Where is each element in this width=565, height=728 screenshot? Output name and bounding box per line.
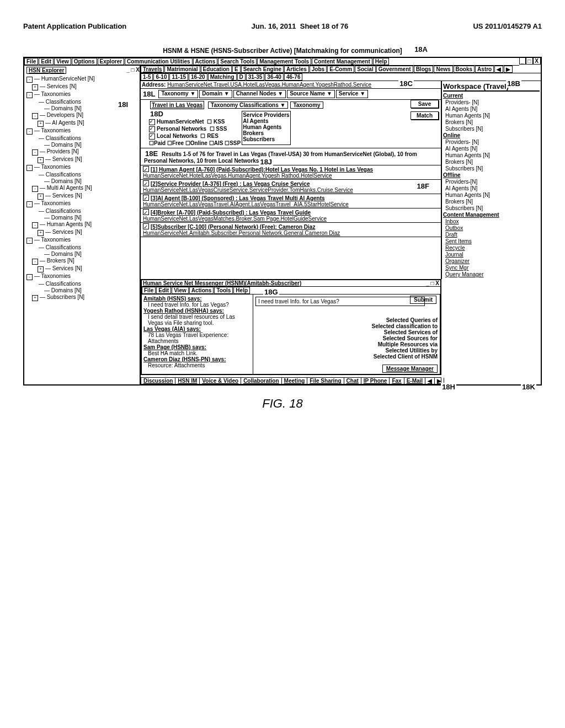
menu-item[interactable]: File — [24, 58, 38, 65]
menu-item[interactable]: Content Management — [312, 58, 372, 65]
bottom-tab[interactable]: Fax — [390, 378, 404, 384]
tree-node[interactable]: — Classifications— Domains [N] — [32, 135, 140, 148]
tree-node[interactable]: — Domains [N] — [38, 251, 140, 257]
network-checkbox[interactable]: Local Networks ☐ RES — [149, 133, 241, 140]
workspace-item[interactable]: Providers- [N] — [445, 139, 540, 145]
bottom-tab[interactable]: ◀ — [425, 378, 435, 384]
menu-item[interactable]: View — [172, 287, 189, 294]
menu-item[interactable]: Communication Utilities — [125, 58, 192, 65]
selector-dropdown[interactable]: Taxonomy ▼ — [158, 90, 198, 98]
bottom-tab[interactable]: Discussion — [141, 378, 175, 384]
list-item[interactable]: Service Providers — [243, 112, 290, 118]
explorer-tree[interactable]: -— HumanServiceNet [N]+— Services [N]-— … — [26, 76, 140, 301]
tree-node[interactable]: -— Taxonomies— Classifications— Domains … — [26, 237, 140, 272]
tree-node[interactable]: +— AI Agents [N] — [38, 120, 140, 127]
pager-item[interactable]: 1-5 — [141, 73, 153, 81]
tree-node[interactable]: — Domains [N] — [38, 287, 140, 293]
tab-item[interactable]: Social — [355, 66, 375, 73]
menu-item[interactable]: Edit — [39, 58, 54, 65]
selector-dropdown[interactable]: Domain ▼ — [199, 90, 232, 98]
workspace-item[interactable]: Subscribers [N] — [445, 205, 540, 211]
menu-item[interactable]: Actions — [189, 287, 214, 294]
match-button[interactable]: Match — [411, 111, 439, 120]
menu-item[interactable]: Actions — [193, 58, 218, 65]
network-checkbox[interactable]: Personal Networks ☐ SSS — [149, 126, 241, 132]
menu-item[interactable]: Search Tools — [218, 58, 257, 65]
workspace-link[interactable]: Query Manager — [445, 271, 540, 277]
tree-node[interactable]: -— Human Agents [N]+— Services [N] — [32, 221, 140, 236]
pager-item[interactable]: 46-76 — [284, 73, 303, 81]
menu-item[interactable]: View — [54, 58, 71, 65]
workspace-link[interactable]: Organizer — [445, 258, 540, 264]
tab-item[interactable]: Government — [376, 66, 413, 73]
tab-item[interactable]: Articles — [284, 66, 309, 73]
tab-item[interactable]: Blogs — [414, 66, 434, 73]
tree-node[interactable]: -— Developers [N]+— AI Agents [N] — [32, 112, 140, 127]
pay-options[interactable]: ☐Paid ☐Free ☐Online ☐AIS ☐SSP — [149, 140, 241, 146]
result-item[interactable]: ✓[1] Human Agent [A-760] (Paid-Subscribe… — [141, 165, 441, 180]
pager-item[interactable]: 36-40 — [265, 73, 284, 81]
workspace-item[interactable]: AI Agents [N] — [445, 106, 540, 112]
workspace-item[interactable]: Brokers [N] — [445, 119, 540, 125]
tree-node[interactable]: -— Taxonomies— Classifications— Domains … — [26, 200, 140, 236]
tab-item[interactable]: Jobs — [310, 66, 327, 73]
workspace-item[interactable]: Human Agents [N] — [445, 152, 540, 158]
bottom-tab[interactable]: Chat — [344, 378, 361, 384]
provider-list[interactable]: Service ProvidersAI AgentsHuman AgentsBr… — [242, 111, 291, 145]
selector-dropdown[interactable]: Taxonomy Classifications ▼ — [208, 101, 288, 109]
selector-row[interactable]: 18L Taxonomy ▼Domain ▼Channel Nodes ▼Sou… — [141, 89, 441, 100]
menu-item[interactable]: File — [142, 287, 156, 294]
workspace-item[interactable]: Providers- [N] — [445, 99, 540, 105]
workspace-item[interactable]: Subscribers [N] — [445, 126, 540, 132]
bottom-tab[interactable]: Meeting — [282, 378, 308, 384]
message-manager-button[interactable]: Message Manager — [382, 365, 438, 373]
workspace-item[interactable]: Subscribers [N] — [445, 165, 540, 172]
pager-item[interactable]: 31-35 — [246, 73, 265, 81]
menu-item[interactable]: Management Tools — [257, 58, 311, 65]
workspace-link[interactable]: Draft — [445, 232, 540, 238]
workspace-links[interactable]: InboxOutboxDraftSent ItemsRecycleJournal… — [443, 218, 540, 277]
tree-node[interactable]: -— Multi AI Agents [N]+— Services [N] — [32, 185, 140, 200]
workspace-item[interactable]: Providers-[N] — [445, 179, 540, 185]
tab-item[interactable]: ▶ — [504, 66, 513, 73]
tree-node[interactable]: -— Brokers [N]+— Services [N] — [32, 258, 140, 272]
bottom-tab[interactable]: E-Mail — [404, 378, 425, 384]
pager-item[interactable]: 16-20 — [189, 73, 207, 81]
workspace-item[interactable]: Brokers [N] — [445, 159, 540, 165]
menubar[interactable]: FileEditViewOptionsExplorerCommunication… — [24, 58, 519, 66]
workspace-item[interactable]: Human Agents [N] — [445, 192, 540, 198]
tree-node[interactable]: +— Subscribers [N] — [32, 294, 140, 301]
tree-node[interactable]: +— Services [N] — [38, 156, 140, 163]
selector-dropdown[interactable]: Channel Nodes ▼ — [233, 90, 286, 98]
network-checkbox[interactable]: HumanServiceNet ☐ KSS — [149, 119, 241, 125]
tab-item[interactable]: Travels — [141, 66, 164, 73]
menu-item[interactable]: Help — [373, 58, 390, 65]
tab-item[interactable]: ◀ — [494, 66, 503, 73]
workspace-item[interactable]: Brokers [N] — [445, 199, 540, 205]
submit-button[interactable]: Submit — [410, 296, 436, 304]
selector-dropdown[interactable]: Taxonomy — [290, 101, 323, 109]
content-management[interactable]: Content Management — [443, 212, 540, 218]
chat-input[interactable]: I need travel Info. for Las Vegas? — [255, 297, 425, 306]
tab-item[interactable]: Astro — [475, 66, 494, 73]
result-item[interactable]: ✓[3]AI Agent [B-100] (Sponsored) : Las V… — [141, 194, 441, 208]
address-bar[interactable]: Address: HumanServiceNet.Travel.USA.Hote… — [141, 81, 441, 89]
tab-item[interactable]: E-Comm — [327, 66, 354, 73]
workspace-link[interactable]: Sync Mgr — [445, 265, 540, 271]
tree-node[interactable]: — Domains [N] — [38, 142, 140, 148]
result-item[interactable]: ✓[4]Broker [A-700] (Paid-Subscribed) : L… — [141, 208, 441, 223]
workspace-item[interactable]: Human Agents [N] — [445, 113, 540, 119]
tree-node[interactable]: — Classifications— Domains [N] — [32, 172, 140, 184]
tree-node[interactable]: — Classifications— Domains [N] — [32, 244, 140, 257]
menu-item[interactable]: Help — [233, 287, 250, 294]
workspace-link[interactable]: Inbox — [445, 218, 540, 224]
workspace-item[interactable]: AI Agents [N] — [445, 146, 540, 152]
tab-bar[interactable]: TravelsMatrimonialEducationESearch Engin… — [141, 66, 541, 73]
messenger-menu[interactable]: FileEditViewActionsToolsHelp — [142, 287, 440, 295]
menu-item[interactable]: Options — [72, 58, 97, 65]
tab-item[interactable]: Search Engine — [241, 66, 284, 73]
tree-node[interactable]: -— Taxonomies— Classifications— Domains … — [26, 273, 140, 301]
tree-node[interactable]: — Domains [N] — [38, 215, 140, 221]
tree-node[interactable]: +— Services [N] — [38, 265, 140, 272]
pager-item[interactable]: Matching — [208, 73, 237, 81]
